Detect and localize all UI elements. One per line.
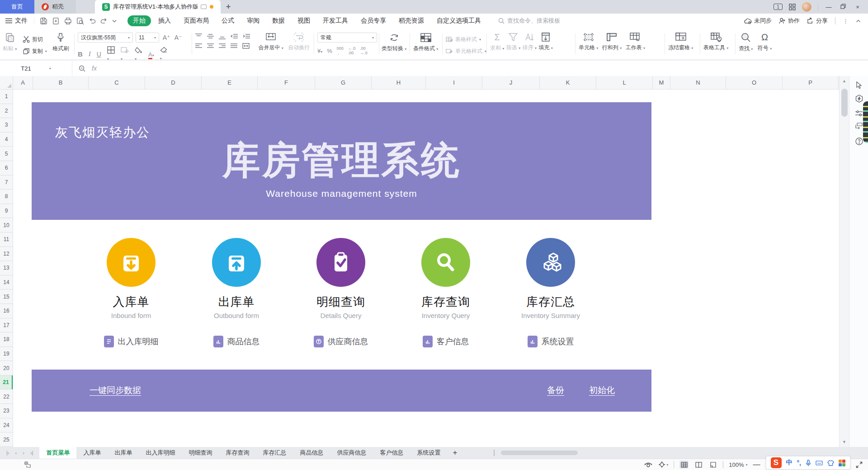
- module-outbound[interactable]: 出库单 Outbound form: [187, 238, 286, 319]
- justify-icon[interactable]: [231, 43, 237, 49]
- row-header-8[interactable]: 8: [0, 190, 13, 204]
- minimize-button[interactable]: —: [825, 4, 833, 10]
- module-details-query[interactable]: 明细查询 Details Query: [291, 238, 391, 319]
- column-header-B[interactable]: B: [33, 76, 89, 89]
- comma-format-icon[interactable]: 000 ,: [337, 46, 344, 55]
- input-method-bar[interactable]: S 中 °,: [766, 456, 851, 470]
- font-name-select[interactable]: 汉仪旗黑-55简▾: [78, 33, 133, 43]
- align-bottom-icon[interactable]: [219, 33, 226, 39]
- distribute-icon[interactable]: [242, 43, 250, 49]
- row-header-18[interactable]: 18: [0, 332, 13, 347]
- italic-button[interactable]: I: [89, 50, 91, 58]
- eraser-button[interactable]: ▾: [160, 47, 168, 62]
- align-center-icon[interactable]: [207, 43, 214, 49]
- macro-record-icon[interactable]: [24, 461, 32, 468]
- menu-item-developer[interactable]: 开发工具: [317, 15, 354, 26]
- inventory-summary-circle[interactable]: [526, 238, 575, 287]
- sheet-tab-customer-info[interactable]: 客户信息: [373, 447, 410, 459]
- eye-protect-icon[interactable]: [644, 461, 653, 468]
- font-size-select[interactable]: 11▾: [136, 33, 159, 43]
- docer-tab[interactable]: 稻壳: [34, 0, 76, 14]
- sheet-tab-details-query[interactable]: 明细查询: [182, 447, 219, 459]
- menu-item-member[interactable]: 会员专享: [355, 15, 392, 26]
- next-sheet-arrow[interactable]: ›: [23, 450, 24, 456]
- increase-indent-icon[interactable]: [243, 33, 250, 39]
- row-header-4[interactable]: 4: [0, 133, 13, 147]
- module-inbound[interactable]: 入库单 Inbound form: [81, 238, 181, 319]
- name-box-dropdown-icon[interactable]: ▾: [49, 66, 51, 71]
- user-avatar[interactable]: [802, 2, 811, 12]
- file-menu[interactable]: 文件: [0, 17, 34, 25]
- percent-format-icon[interactable]: %: [327, 47, 332, 54]
- skin-icon[interactable]: [827, 460, 834, 466]
- link-supplier-info[interactable]: 供应商信息: [291, 336, 391, 347]
- column-header-H[interactable]: H: [372, 76, 426, 89]
- link-customer-info[interactable]: 客户信息: [396, 336, 495, 347]
- name-box[interactable]: T21 ▾: [0, 61, 72, 76]
- toolbox-palette-icon[interactable]: [839, 460, 845, 466]
- column-header-O[interactable]: O: [726, 76, 783, 89]
- align-middle-icon[interactable]: [207, 33, 214, 39]
- menu-item-docer-resources[interactable]: 稻壳资源: [393, 15, 429, 26]
- sheet-tab-product-info[interactable]: 商品信息: [293, 447, 330, 459]
- worksheet-button[interactable]: 工作表 ▾: [626, 30, 645, 56]
- decrease-decimal-icon[interactable]: ←.0.00: [348, 46, 356, 55]
- row-header-21[interactable]: 21: [0, 375, 13, 390]
- home-tab[interactable]: 首页: [0, 0, 34, 14]
- row-header-13[interactable]: 13: [0, 261, 13, 275]
- zoom-out-button[interactable]: —: [753, 461, 760, 469]
- more-quick-actions-icon[interactable]: [112, 19, 117, 23]
- new-document-tab-button[interactable]: +: [221, 0, 236, 14]
- increase-decimal-icon[interactable]: .00→.0: [360, 46, 368, 55]
- borders-button[interactable]: ▾: [107, 46, 115, 62]
- rows-cols-button[interactable]: 行和列 ▾: [602, 30, 622, 56]
- column-header-F[interactable]: F: [258, 76, 315, 89]
- close-button[interactable]: ×: [854, 4, 862, 10]
- fill-color-button[interactable]: ▾: [135, 47, 142, 62]
- row-header-15[interactable]: 15: [0, 290, 13, 304]
- export-icon[interactable]: [52, 17, 60, 25]
- menu-item-formulas[interactable]: 公式: [216, 15, 240, 26]
- first-sheet-arrow[interactable]: |‹: [6, 450, 9, 456]
- cell-style-button[interactable]: 单元格样式 ▾: [446, 45, 486, 57]
- sheet-tab-inout-details[interactable]: 出入库明细: [139, 447, 182, 459]
- table-style-button[interactable]: 表格样式 ▾: [446, 33, 486, 45]
- sort-button[interactable]: 排序 ▾: [523, 30, 537, 56]
- paste-button[interactable]: 粘贴 ▾: [3, 30, 17, 56]
- column-header-C[interactable]: C: [89, 76, 145, 89]
- page-layout-view-icon[interactable]: [708, 461, 717, 469]
- column-header-L[interactable]: L: [596, 76, 653, 89]
- sheet-tab-inventory-summary[interactable]: 库存汇总: [256, 447, 293, 459]
- preview-icon[interactable]: [76, 17, 84, 25]
- fullscreen-icon[interactable]: [856, 461, 863, 468]
- vertical-scroll-thumb[interactable]: [841, 89, 848, 117]
- row-header-16[interactable]: 16: [0, 304, 13, 318]
- link-system-settings[interactable]: 系统设置: [501, 336, 600, 347]
- format-painter-button[interactable]: 格式刷: [52, 30, 69, 56]
- sheet-tab-inbound[interactable]: 入库单: [76, 447, 108, 459]
- decrease-indent-icon[interactable]: [231, 33, 238, 39]
- window-count-badge[interactable]: 1: [774, 4, 783, 10]
- column-header-D[interactable]: D: [145, 76, 202, 89]
- details-circle[interactable]: [316, 238, 365, 287]
- cell-shading-button[interactable]: ▾: [121, 47, 129, 62]
- add-sheet-button[interactable]: +: [447, 447, 462, 459]
- column-header-N[interactable]: N: [670, 76, 726, 89]
- row-header-17[interactable]: 17: [0, 318, 13, 333]
- column-header-M[interactable]: M: [653, 76, 670, 89]
- init-link[interactable]: 初始化: [589, 385, 615, 396]
- table-tools-button[interactable]: 表格工具 ▾: [703, 30, 728, 56]
- print-icon[interactable]: [64, 17, 72, 25]
- selection-center-icon[interactable]: ▾: [658, 461, 668, 468]
- cells-button[interactable]: 单元格 ▾: [579, 30, 598, 56]
- bold-button[interactable]: B: [78, 50, 83, 58]
- merge-center-button[interactable]: 合并居中 ▾: [258, 30, 283, 56]
- wrap-text-button[interactable]: 自动换行: [288, 30, 310, 56]
- filter-button[interactable]: 筛选 ▾: [506, 30, 520, 56]
- type-convert-button[interactable]: 类型转换 ▾: [382, 30, 406, 56]
- prev-sheet-arrow[interactable]: ‹: [15, 450, 17, 456]
- sync-status[interactable]: 未同步: [744, 17, 772, 25]
- row-header-2[interactable]: 2: [0, 104, 13, 119]
- soft-keyboard-icon[interactable]: [816, 461, 823, 465]
- link-inout-details[interactable]: 出入库明细: [81, 336, 181, 347]
